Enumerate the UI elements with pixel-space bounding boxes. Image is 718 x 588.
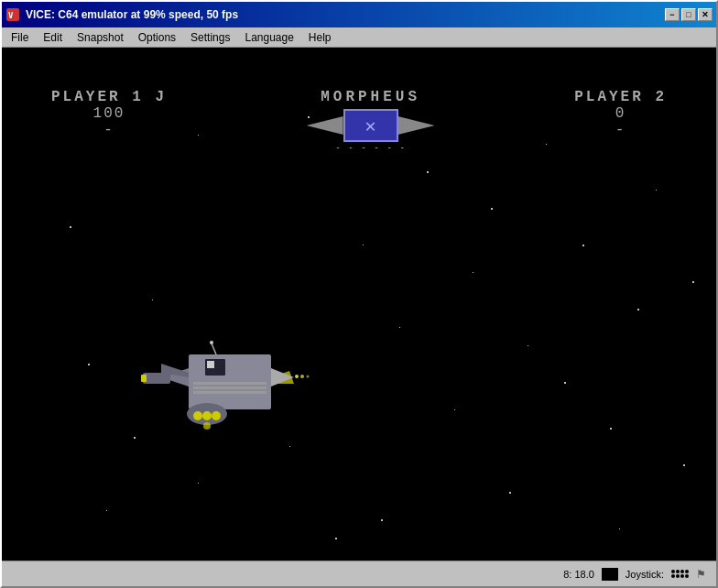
dot-2 (676, 570, 680, 573)
star-16 (683, 464, 685, 466)
star-7 (473, 272, 473, 273)
svg-rect-8 (141, 375, 147, 382)
joystick-dots (671, 570, 689, 578)
hud: PLAYER 1 J 100 - MORPHEUS ✕ (15, 89, 703, 152)
star-26 (528, 345, 528, 346)
svg-rect-14 (193, 387, 267, 389)
svg-text:V: V (8, 11, 14, 20)
window-title: VICE: C64 emulator at 99% speed, 50 fps (26, 8, 238, 21)
menu-bar: File Edit Snapshot Options Settings Lang… (2, 27, 716, 48)
svg-point-11 (202, 411, 212, 420)
c64-display: PLAYER 1 J 100 - MORPHEUS ✕ (15, 61, 703, 547)
title-bar-left: V VICE: C64 emulator at 99% speed, 50 fp… (5, 7, 238, 22)
dot-3 (680, 570, 684, 573)
menu-edit[interactable]: Edit (36, 29, 70, 46)
star-21 (619, 528, 620, 529)
svg-rect-4 (207, 361, 214, 368)
player1-hud: PLAYER 1 J 100 - (51, 89, 167, 152)
svg-point-21 (300, 375, 304, 378)
player2-score: 0 (574, 105, 667, 122)
menu-help[interactable]: Help (301, 29, 339, 46)
joystick-display (671, 570, 689, 578)
wing-left-icon (307, 116, 343, 135)
joystick-label: Joystick: (626, 569, 664, 580)
morpheus-label: MORPHEUS (321, 89, 420, 105)
star-9 (152, 299, 153, 300)
player1-dash: - (51, 122, 167, 138)
player2-label: PLAYER 2 (574, 89, 667, 105)
svg-point-20 (295, 375, 299, 378)
star-25 (491, 208, 493, 210)
star-5 (363, 245, 364, 245)
svg-point-10 (193, 411, 202, 420)
player2-dash: - (574, 122, 667, 138)
color-preview (602, 568, 618, 581)
ship-sprite (134, 318, 317, 441)
logo-underline: - - - - - - (335, 142, 406, 152)
star-13 (454, 409, 455, 410)
star-19 (106, 510, 107, 511)
game-screen: PLAYER 1 J 100 - MORPHEUS ✕ (2, 48, 716, 561)
player2-hud: PLAYER 2 0 - (574, 89, 667, 152)
svg-point-12 (212, 411, 221, 420)
svg-rect-13 (193, 382, 267, 385)
menu-options[interactable]: Options (131, 29, 183, 46)
star-12 (564, 382, 566, 384)
status-bar: 8: 18.0 Joystick: ⚑ (2, 561, 716, 586)
menu-language[interactable]: Language (237, 29, 300, 46)
dot-4 (685, 570, 689, 573)
star-3 (656, 190, 657, 191)
maximize-button[interactable]: □ (681, 8, 696, 21)
dot-1 (671, 570, 675, 573)
menu-snapshot[interactable]: Snapshot (70, 29, 131, 46)
morpheus-logo: ✕ (307, 109, 435, 142)
flag-icon: ⚑ (696, 568, 709, 581)
star-14 (610, 428, 612, 430)
star-27 (88, 364, 90, 365)
window-controls: − □ ✕ (665, 8, 713, 21)
svg-line-18 (212, 343, 216, 354)
dot-8 (685, 574, 689, 578)
svg-point-19 (210, 341, 213, 344)
menu-file[interactable]: File (4, 29, 36, 46)
emulator-area[interactable]: PLAYER 1 J 100 - MORPHEUS ✕ (2, 48, 716, 561)
logo-x-icon: ✕ (365, 114, 376, 136)
star-18 (509, 492, 511, 494)
morpheus-hud: MORPHEUS ✕ - - - - - - (307, 89, 435, 152)
menu-settings[interactable]: Settings (183, 29, 237, 46)
star-8 (692, 281, 694, 283)
logo-box: ✕ (343, 109, 398, 142)
title-bar: V VICE: C64 emulator at 99% speed, 50 fp… (2, 2, 716, 27)
player1-score: 100 (51, 105, 167, 122)
minimize-button[interactable]: − (665, 8, 680, 21)
main-window: V VICE: C64 emulator at 99% speed, 50 fp… (0, 0, 718, 588)
dot-7 (680, 574, 684, 578)
star-10 (637, 309, 639, 310)
svg-point-23 (203, 422, 211, 430)
star-6 (582, 245, 584, 246)
wing-right-icon (398, 116, 435, 135)
star-20 (381, 519, 383, 521)
ship-svg (134, 318, 317, 437)
star-22 (335, 538, 337, 539)
position-text: 8: 18.0 (563, 569, 594, 580)
star-17 (198, 483, 199, 484)
dot-5 (671, 574, 675, 578)
svg-rect-15 (193, 391, 267, 394)
star-15 (289, 446, 290, 447)
svg-point-22 (307, 376, 310, 378)
svg-rect-7 (143, 373, 170, 384)
player1-label: PLAYER 1 J (51, 89, 167, 105)
star-2 (427, 171, 429, 173)
star-11 (399, 327, 400, 328)
close-button[interactable]: ✕ (698, 8, 713, 21)
vice-icon: V (5, 7, 20, 22)
dot-6 (676, 574, 680, 578)
star-4 (70, 226, 71, 228)
